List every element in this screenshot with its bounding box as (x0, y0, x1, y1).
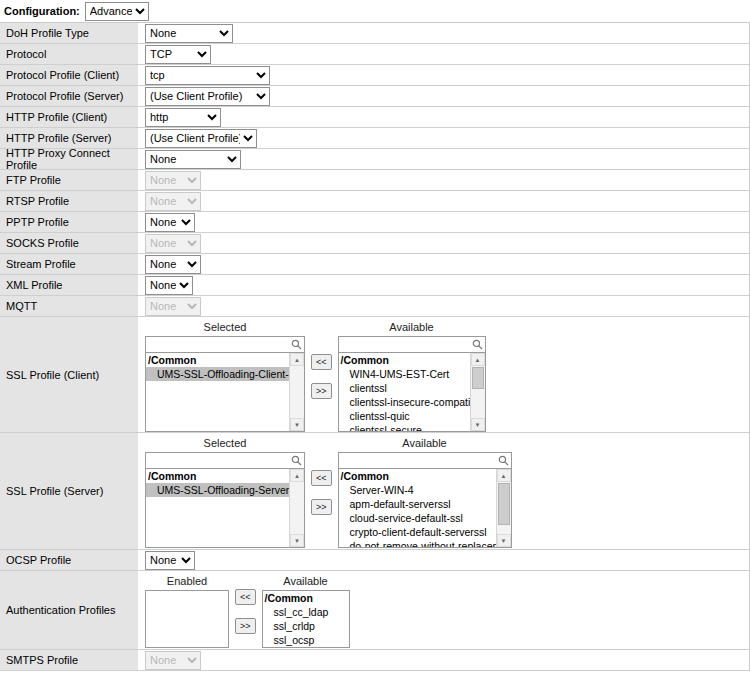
http-proxy-connect-profile-label: HTTP Proxy Connect Profile (0, 149, 138, 169)
row-stream-profile: Stream Profile None (0, 254, 749, 275)
list-item[interactable]: clientssl-secure (339, 423, 470, 431)
list-item[interactable]: crypto-client-default-serverssl (339, 525, 496, 539)
scrollbar[interactable]: ▲ ▼ (289, 353, 304, 431)
ssl-profile-client-label: SSL Profile (Client) (0, 317, 138, 432)
ssl-client-available-list[interactable]: /Common WIN4-UMS-EST-Certclientsslclient… (338, 352, 486, 432)
ssl-client-available-search (338, 336, 486, 353)
ssl-client-selected-list[interactable]: /Common UMS-SSL-Offloading-Client-Profil… (145, 352, 305, 432)
scroll-down-icon[interactable]: ▼ (497, 534, 511, 547)
ftp-profile-select: None (145, 171, 201, 190)
row-http-profile-client: HTTP Profile (Client) http (0, 107, 749, 128)
protocol-profile-server-label: Protocol Profile (Server) (0, 86, 138, 106)
smtps-profile-label: SMTPS Profile (0, 650, 138, 670)
row-http-profile-server: HTTP Profile (Server) (Use Client Profil… (0, 128, 749, 149)
scrollbar-thumb[interactable] (472, 367, 484, 389)
rtsp-profile-label: RTSP Profile (0, 191, 138, 211)
available-header: Available (338, 320, 486, 336)
list-item[interactable]: WIN4-UMS-EST-Cert (339, 367, 470, 381)
scrollbar-thumb[interactable] (498, 483, 510, 525)
move-right-button[interactable]: >> (235, 618, 256, 634)
auth-available-list[interactable]: /Common ssl_cc_ldapssl_crldpssl_ocsp (262, 590, 350, 648)
row-ssl-profile-server: SSL Profile (Server) Selected /Common UM… (0, 433, 749, 550)
ssl-server-available-search (338, 452, 512, 469)
scroll-up-icon[interactable]: ▲ (290, 353, 304, 366)
selected-header: Selected (145, 436, 305, 452)
search-icon (289, 339, 304, 350)
stream-profile-label: Stream Profile (0, 254, 138, 274)
list-item[interactable]: do-not-remove-without-replacement (339, 539, 496, 547)
list-item[interactable]: UMS-SSL-Offloading-Client-Profile (146, 367, 289, 381)
row-smtps-profile: SMTPS Profile None (0, 650, 749, 671)
ssl-server-available-search-input[interactable] (339, 454, 496, 468)
http-profile-client-select[interactable]: http (145, 108, 221, 127)
xml-profile-select[interactable]: None (145, 276, 193, 295)
doh-profile-type-select[interactable]: None (145, 24, 233, 43)
list-group-label: /Common (146, 354, 289, 367)
socks-profile-select: None (145, 234, 201, 253)
row-authentication-profiles: Authentication Profiles Enabled << >> Av… (0, 571, 749, 650)
configuration-select[interactable]: Advanced (85, 2, 149, 21)
list-item[interactable]: ssl_crldp (263, 619, 349, 633)
configuration-bar: Configuration: Advanced (0, 0, 750, 22)
scroll-up-icon[interactable]: ▲ (471, 353, 485, 366)
protocol-label: Protocol (0, 44, 138, 64)
scroll-down-icon[interactable]: ▼ (290, 534, 304, 547)
list-item[interactable]: ssl_cc_ldap (263, 605, 349, 619)
move-right-button[interactable]: >> (311, 383, 332, 399)
configuration-label: Configuration: (4, 5, 80, 17)
auth-enabled-list[interactable] (145, 590, 229, 648)
scrollbar[interactable]: ▲ ▼ (289, 469, 304, 547)
protocol-select[interactable]: TCP (145, 45, 211, 64)
row-ocsp-profile: OCSP Profile None (0, 550, 749, 571)
row-pptp-profile: PPTP Profile None (0, 212, 749, 233)
xml-profile-label: XML Profile (0, 275, 138, 295)
authentication-profiles-label: Authentication Profiles (0, 571, 138, 649)
stream-profile-select[interactable]: None (145, 255, 201, 274)
list-item[interactable]: clientssl-insecure-compatible (339, 395, 470, 409)
ssl-server-available-list[interactable]: /Common Server-WIN-4apm-default-serverss… (338, 468, 512, 548)
row-socks-profile: SOCKS Profile None (0, 233, 749, 254)
list-item[interactable]: cloud-service-default-ssl (339, 511, 496, 525)
row-http-proxy-connect-profile: HTTP Proxy Connect Profile None (0, 149, 749, 170)
move-left-button[interactable]: << (311, 470, 332, 486)
list-item[interactable]: clientssl-quic (339, 409, 470, 423)
list-item[interactable]: clientssl (339, 381, 470, 395)
ssl-client-available-search-input[interactable] (339, 338, 470, 352)
row-mqtt: MQTT None (0, 296, 749, 317)
list-group-label: /Common (263, 592, 349, 605)
ssl-server-selected-list[interactable]: /Common UMS-SSL-Offloading-Server-Profil… (145, 468, 305, 548)
move-right-button[interactable]: >> (311, 499, 332, 515)
scroll-down-icon[interactable]: ▼ (471, 418, 485, 431)
list-item[interactable]: UMS-SSL-Offloading-Server-Profile (146, 483, 289, 497)
pptp-profile-select[interactable]: None (145, 213, 195, 232)
search-icon (496, 455, 511, 466)
list-item[interactable]: ssl_ocsp (263, 633, 349, 647)
scrollbar[interactable]: ▲ ▼ (496, 469, 511, 547)
scroll-up-icon[interactable]: ▲ (497, 469, 511, 482)
configuration-table: DoH Profile Type None Protocol TCP Proto… (0, 22, 750, 671)
socks-profile-label: SOCKS Profile (0, 233, 138, 253)
ssl-client-selected-search-input[interactable] (146, 338, 289, 352)
http-proxy-connect-profile-select[interactable]: None (145, 150, 241, 169)
ssl-profile-server-label: SSL Profile (Server) (0, 433, 138, 549)
move-left-button[interactable]: << (311, 354, 332, 370)
scroll-down-icon[interactable]: ▼ (290, 418, 304, 431)
http-profile-server-select[interactable]: (Use Client Profile) (145, 129, 257, 148)
scrollbar[interactable]: ▲ ▼ (470, 353, 485, 431)
ocsp-profile-label: OCSP Profile (0, 550, 138, 570)
list-item[interactable]: apm-default-serverssl (339, 497, 496, 511)
ssl-server-selected-search (145, 452, 305, 469)
enabled-header: Enabled (145, 574, 229, 590)
scroll-up-icon[interactable]: ▲ (290, 469, 304, 482)
move-left-button[interactable]: << (235, 589, 256, 605)
rtsp-profile-select: None (145, 192, 201, 211)
protocol-profile-client-select[interactable]: tcp (145, 66, 270, 85)
protocol-profile-server-select[interactable]: (Use Client Profile) (145, 87, 270, 106)
list-item[interactable]: Server-WIN-4 (339, 483, 496, 497)
pptp-profile-label: PPTP Profile (0, 212, 138, 232)
search-icon (289, 455, 304, 466)
list-group-label: /Common (339, 354, 470, 367)
smtps-profile-select: None (145, 651, 201, 670)
ocsp-profile-select[interactable]: None (145, 551, 195, 570)
ssl-server-selected-search-input[interactable] (146, 454, 289, 468)
